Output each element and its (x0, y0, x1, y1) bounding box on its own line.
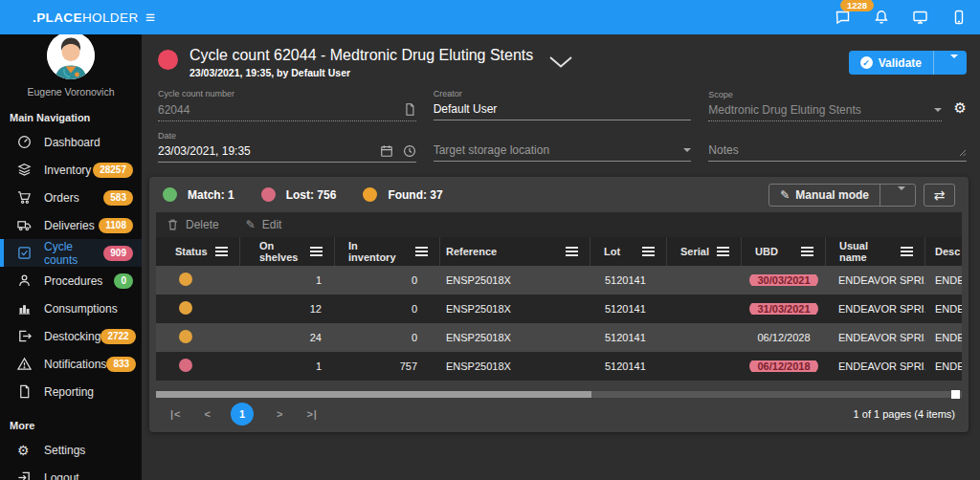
date-input[interactable]: 23/03/2021, 19:35 (158, 144, 416, 163)
cell-on-shelves: 1 (240, 360, 335, 372)
cell-in-inventory: 0 (335, 274, 440, 286)
sidebar-item-reporting[interactable]: Reporting (0, 378, 142, 405)
sidebar-item-settings[interactable]: ⚙ Settings (0, 436, 142, 464)
sidebar-item-logout[interactable]: Logout (0, 464, 142, 480)
copy-document-icon[interactable] (403, 102, 416, 117)
current-page-button[interactable]: 1 (231, 403, 254, 425)
manual-mode-main[interactable]: ✎ Manual mode (769, 188, 880, 202)
warning-icon (17, 357, 32, 371)
menu-toggle-icon[interactable]: ≡ (145, 10, 155, 26)
date-field: Date 23/03/2021, 19:35 (158, 131, 416, 163)
sidebar-item-destocking[interactable]: Destocking 2722 (0, 322, 142, 350)
column-header-reference[interactable]: Reference (440, 237, 590, 266)
notifications-bell-icon[interactable] (874, 10, 889, 25)
sidebar-item-label: Reporting (44, 385, 94, 399)
cell-ubd: 06/12/2028 (757, 332, 810, 343)
column-header-status[interactable]: Status (156, 237, 240, 266)
sidebar-item-label: Dashboard (44, 136, 100, 149)
first-page-button[interactable]: |< (170, 408, 182, 420)
sidebar-item-deliveries[interactable]: Deliveries 1108 (0, 211, 142, 239)
sidebar-item-inventory[interactable]: Inventory 28257 (0, 156, 142, 184)
calendar-icon[interactable] (380, 144, 393, 158)
logo-bold: .PLACE (33, 11, 82, 25)
column-header-in-inventory[interactable]: In inventory (335, 237, 440, 266)
previous-page-button[interactable]: < (205, 408, 212, 420)
expand-chevron-icon[interactable] (548, 55, 573, 69)
validate-dropdown-caret[interactable] (934, 58, 967, 68)
sidebar-item-consumptions[interactable]: Consumptions (0, 295, 142, 322)
gear-icon: ⚙ (17, 444, 32, 457)
sidebar-item-procedures[interactable]: Procedures 0 (0, 267, 142, 295)
column-menu-icon[interactable] (642, 251, 655, 252)
validate-button[interactable]: ✓ Validate (849, 51, 967, 75)
delete-button[interactable]: Delete (167, 218, 219, 231)
edit-button[interactable]: ✎ Edit (246, 218, 282, 231)
field-label: Creator (434, 89, 692, 98)
notes-textarea[interactable]: Notes (708, 143, 967, 162)
mobile-icon[interactable] (951, 10, 967, 25)
column-header-ubd[interactable]: UBD (742, 237, 826, 266)
column-menu-icon[interactable] (801, 251, 813, 252)
chat-icon[interactable]: 1228 (835, 10, 851, 25)
last-page-button[interactable]: >| (306, 408, 318, 420)
table-row[interactable]: 1 0 ENSP25018X 5120141 30/03/2021 ENDEAV… (156, 266, 962, 295)
scope-settings-gear-icon[interactable]: ⚙ (954, 99, 967, 121)
column-header-description[interactable]: Desc (925, 237, 962, 266)
cell-description: ENDEAVOR (925, 274, 962, 286)
validate-label: Validate (879, 56, 922, 70)
resize-handle-icon[interactable] (959, 149, 967, 157)
column-header-usual-name[interactable]: Usual name (826, 237, 925, 266)
nav-section-header: Main Navigation (0, 98, 142, 128)
column-menu-icon[interactable] (310, 251, 323, 252)
cell-on-shelves: 24 (240, 332, 335, 343)
cell-lot: 5120141 (590, 332, 667, 343)
column-menu-icon[interactable] (566, 251, 578, 252)
field-value: Default User (434, 102, 692, 116)
sidebar-item-label: Procedures (44, 274, 102, 288)
sidebar-item-dashboard[interactable]: Dashboard (0, 128, 142, 156)
main-content: Cycle count 62044 - Medtronic Drug Eluti… (142, 34, 980, 480)
cell-usual-name: ENDEAVOR SPRI... (826, 332, 925, 343)
table-header-row: Status On shelves In inventory Reference… (156, 237, 962, 266)
sidebar-item-label: Deliveries (44, 219, 95, 232)
target-storage-location-field: Target storage location (434, 131, 692, 163)
sidebar-item-label: Notifications (44, 358, 106, 371)
pencil-icon: ✎ (246, 218, 256, 231)
creator-input[interactable]: Default User (434, 102, 692, 120)
target-storage-location-select[interactable]: Target storage location (434, 143, 692, 162)
column-menu-icon[interactable] (415, 251, 428, 252)
scope-select[interactable]: Medtronic Drug Eluting Stents (708, 103, 941, 121)
scrollbar-corner (951, 390, 960, 399)
desktop-icon[interactable] (912, 10, 928, 25)
manual-mode-button[interactable]: ✎ Manual mode (768, 184, 916, 207)
table-row[interactable]: 1 757 ENSP25018X 5120141 06/12/2018 ENDE… (156, 352, 962, 381)
horizontal-scrollbar[interactable] (156, 391, 962, 398)
column-menu-icon[interactable] (717, 251, 729, 252)
clock-icon[interactable] (403, 144, 416, 158)
table-row[interactable]: 24 0 ENSP25018X 5120141 06/12/2028 ENDEA… (156, 323, 962, 352)
column-header-serial[interactable]: Serial (667, 237, 742, 266)
validate-button-main[interactable]: ✓ Validate (849, 56, 933, 70)
count-badge: 2722 (100, 329, 135, 344)
cycle-count-number-field: Cycle count number 62044 (158, 89, 416, 121)
cell-lot: 5120141 (590, 274, 667, 286)
sidebar-item-notifications[interactable]: Notifications 833 (0, 350, 142, 378)
swap-icon: ⇄ (934, 187, 946, 203)
sidebar-item-orders[interactable]: Orders 583 (0, 184, 142, 211)
table-row[interactable]: 12 0 ENSP25018X 5120141 31/03/2021 ENDEA… (156, 295, 962, 323)
manual-mode-caret[interactable] (880, 190, 915, 200)
dashboard-icon (17, 135, 32, 149)
cell-ubd: 31/03/2021 (749, 303, 817, 315)
scrollbar-thumb[interactable] (156, 391, 591, 398)
field-label: Scope (708, 90, 941, 99)
next-page-button[interactable]: > (277, 408, 283, 420)
swap-columns-button[interactable]: ⇄ (924, 184, 955, 207)
field-placeholder: Target storage location (434, 143, 677, 157)
sidebar-item-cycle-counts[interactable]: Cycle counts 909 (0, 239, 142, 267)
column-menu-icon[interactable] (215, 251, 228, 252)
column-header-on-shelves[interactable]: On shelves (240, 237, 335, 266)
sidebar-item-label: Consumptions (44, 302, 118, 316)
column-menu-icon[interactable] (901, 251, 913, 252)
column-header-lot[interactable]: Lot (590, 237, 667, 266)
user-avatar[interactable] (47, 32, 95, 79)
